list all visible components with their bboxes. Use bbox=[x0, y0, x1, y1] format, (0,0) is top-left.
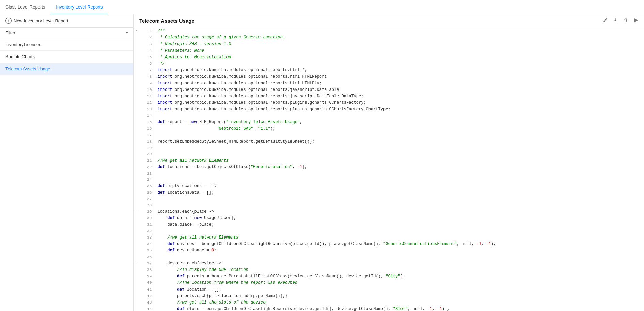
code-header: Telecom Assets Usage bbox=[134, 14, 644, 28]
code-line: 9 import org.neotropic.kuwaiba.modules.o… bbox=[134, 80, 644, 87]
code-actions bbox=[602, 18, 639, 24]
code-line: 17 bbox=[134, 132, 644, 138]
filter-label: Filter bbox=[5, 30, 15, 35]
code-line: 6 */ bbox=[134, 61, 644, 67]
sidebar-item-inventory-licenses[interactable]: InventoryLicenses bbox=[0, 38, 133, 51]
code-line: 16 "Neotropic SAS", "1.1"); bbox=[134, 126, 644, 132]
code-line: 31 data.place = place; bbox=[134, 222, 644, 228]
main-layout: + New Inventory Level Report Filter ▾ In… bbox=[0, 14, 644, 311]
play-icon[interactable] bbox=[633, 18, 639, 24]
sidebar: + New Inventory Level Report Filter ▾ In… bbox=[0, 14, 134, 311]
code-line: 28 bbox=[134, 202, 644, 208]
code-line: 8 import org.neotropic.kuwaiba.modules.o… bbox=[134, 73, 644, 80]
code-line: 39 def parents = bem.getParentsUntilFirs… bbox=[134, 273, 644, 280]
code-line: 41 def location = []; bbox=[134, 287, 644, 293]
code-line: 43 //we get all the slots of the device bbox=[134, 299, 644, 306]
code-line: 24 bbox=[134, 177, 644, 183]
code-line: 10 import org.neotropic.kuwaiba.modules.… bbox=[134, 87, 644, 93]
code-line: 44 def slots = bem.getChildrenOfClassLig… bbox=[134, 306, 644, 311]
code-line: - 29 locations.each{place -> bbox=[134, 209, 644, 215]
code-line: - 37 devices.each{device -> bbox=[134, 260, 644, 267]
new-inventory-report-button[interactable]: + New Inventory Level Report bbox=[0, 14, 133, 28]
code-line: 27 bbox=[134, 196, 644, 202]
code-line: 30 def data = new UsagePlace(); bbox=[134, 215, 644, 222]
code-line: 22 def locations = bem.getObjectsOfClass… bbox=[134, 164, 644, 170]
code-line: 4 * Parameters: None bbox=[134, 48, 644, 54]
code-line: 13 import org.neotropic.kuwaiba.modules.… bbox=[134, 106, 644, 113]
code-line: 23 bbox=[134, 170, 644, 177]
code-line: 14 bbox=[134, 113, 644, 119]
code-panel: Telecom Assets Usage bbox=[134, 14, 644, 311]
sidebar-list: InventoryLicenses Sample Charts Telecom … bbox=[0, 38, 133, 311]
code-line: 26 def locationsData = []; bbox=[134, 190, 644, 196]
top-navigation: Class Level Reports Inventory Level Repo… bbox=[0, 0, 644, 14]
code-line: 34 def devices = bem.getChildrenOfClassL… bbox=[134, 241, 644, 247]
code-line: - 1 /** bbox=[134, 28, 644, 34]
code-editor[interactable]: - 1 /** 2 * Calculates the usage of a gi… bbox=[134, 28, 644, 311]
code-line: 12 import org.neotropic.kuwaiba.modules.… bbox=[134, 100, 644, 106]
code-line: 7 import org.neotropic.kuwaiba.modules.o… bbox=[134, 67, 644, 73]
code-line: 25 def emptyLocations = []; bbox=[134, 183, 644, 190]
code-line: 40 //The location from where the report … bbox=[134, 280, 644, 286]
plus-circle-icon: + bbox=[5, 18, 12, 24]
svg-marker-0 bbox=[634, 18, 638, 22]
sidebar-item-sample-charts[interactable]: Sample Charts bbox=[0, 51, 133, 63]
code-line: 36 bbox=[134, 254, 644, 260]
filter-section: Filter ▾ bbox=[0, 28, 133, 38]
code-table: - 1 /** 2 * Calculates the usage of a gi… bbox=[134, 28, 644, 311]
tab-inventory-level-reports[interactable]: Inventory Level Reports bbox=[50, 0, 108, 14]
code-line: 35 def deviceUsage = 0; bbox=[134, 247, 644, 254]
code-line: 33 //we get all network Elements bbox=[134, 234, 644, 241]
code-line: 3 * Neotropic SAS - version 1.0 bbox=[134, 41, 644, 47]
code-line: 32 bbox=[134, 228, 644, 234]
code-line: 38 //To display the ODF location bbox=[134, 267, 644, 273]
download-icon[interactable] bbox=[613, 18, 618, 24]
code-line: 11 import org.neotropic.kuwaiba.modules.… bbox=[134, 93, 644, 100]
code-line: 18 report.setEmbeddedStyleSheet(HTMLRepo… bbox=[134, 138, 644, 145]
code-title: Telecom Assets Usage bbox=[139, 18, 194, 24]
sidebar-item-telecom-assets-usage[interactable]: Telecom Assets Usage bbox=[0, 63, 133, 75]
code-line: 5 * Applies to: GenericLocation bbox=[134, 54, 644, 61]
code-line: 2 * Calculates the usage of a given Gene… bbox=[134, 34, 644, 41]
code-line: 42 parents.each{p -> location.add(p.getN… bbox=[134, 293, 644, 299]
tab-class-level-reports[interactable]: Class Level Reports bbox=[0, 0, 50, 14]
code-line: 19 bbox=[134, 145, 644, 151]
trash-icon[interactable] bbox=[623, 18, 628, 24]
code-line: 21 //we get all network Elements bbox=[134, 158, 644, 164]
code-line: 15 def report = new HTMLReport("Inventor… bbox=[134, 119, 644, 126]
edit-icon[interactable] bbox=[602, 18, 608, 24]
code-line: 20 bbox=[134, 151, 644, 157]
filter-chevron-icon[interactable]: ▾ bbox=[126, 31, 128, 35]
